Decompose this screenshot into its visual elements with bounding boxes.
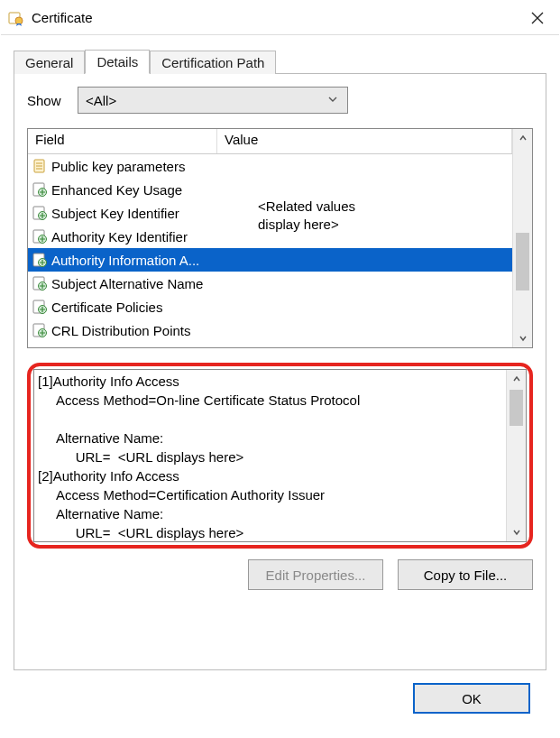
titlebar: Certificate: [1, 1, 559, 35]
field-label: CRL Distribution Points: [51, 323, 191, 338]
copy-to-file-button[interactable]: Copy to File...: [398, 559, 533, 590]
footer: OK: [14, 670, 546, 726]
show-select[interactable]: <All>: [78, 87, 348, 114]
certificate-icon: [8, 10, 24, 26]
extension-icon: [32, 299, 48, 315]
list-header: Field Value: [28, 129, 512, 154]
scroll-up-icon[interactable]: [507, 370, 526, 388]
value-placeholder: <Related values display here>: [258, 198, 355, 235]
list-body: Public key parametersEnhanced Key UsageS…: [28, 154, 512, 347]
extension-icon: [32, 322, 48, 338]
tab-certification-path[interactable]: Certification Path: [150, 51, 276, 74]
extension-icon: [32, 252, 48, 268]
detail-textbox[interactable]: [1]Authority Info Access Access Method=O…: [33, 369, 527, 542]
button-row: Edit Properties... Copy to File...: [27, 559, 533, 590]
chevron-down-icon: [327, 94, 338, 107]
list-row[interactable]: Certificate Policies: [28, 295, 512, 318]
list-row[interactable]: CRL Distribution Points: [28, 318, 512, 342]
scroll-thumb[interactable]: [510, 390, 523, 426]
details-panel: Show <All> Field Value Public key parame…: [14, 73, 546, 670]
extension-icon: [32, 205, 48, 221]
document-icon: [32, 158, 48, 174]
scroll-up-icon[interactable]: [513, 129, 532, 147]
extension-icon: [32, 181, 48, 198]
field-label: Public key parameters: [51, 159, 185, 174]
field-label: Subject Key Identifier: [51, 206, 179, 221]
col-header-value[interactable]: Value: [217, 129, 512, 153]
field-label: Authority Key Identifier: [51, 229, 188, 244]
content-area: General Details Certification Path Show …: [1, 35, 559, 737]
show-row: Show <All>: [27, 87, 533, 114]
show-selected-value: <All>: [86, 93, 116, 108]
tab-general[interactable]: General: [14, 51, 85, 74]
show-label: Show: [27, 93, 78, 108]
list-row[interactable]: Subject Alternative Name: [28, 272, 512, 295]
field-label: Certificate Policies: [51, 300, 162, 315]
list-row[interactable]: Authority Information A...: [28, 248, 512, 272]
detail-text: [1]Authority Info Access Access Method=O…: [34, 370, 506, 541]
ok-button[interactable]: OK: [413, 683, 530, 714]
field-label: Subject Alternative Name: [51, 276, 203, 291]
window-title: Certificate: [32, 10, 518, 25]
svg-point-1: [15, 17, 23, 24]
close-button[interactable]: [518, 5, 557, 32]
edit-properties-button: Edit Properties...: [248, 559, 383, 590]
list-scrollbar[interactable]: [512, 129, 532, 347]
scroll-down-icon[interactable]: [507, 523, 526, 541]
detail-highlight-frame: [1]Authority Info Access Access Method=O…: [27, 363, 533, 549]
scroll-down-icon[interactable]: [513, 329, 532, 347]
certificate-dialog: Certificate General Details Certificatio…: [0, 0, 560, 738]
scroll-thumb[interactable]: [516, 233, 529, 291]
extension-icon: [32, 228, 48, 244]
detail-scrollbar[interactable]: [506, 370, 526, 541]
extension-icon: [32, 275, 48, 291]
field-list[interactable]: Field Value Public key parametersEnhance…: [27, 128, 533, 348]
tabstrip: General Details Certification Path: [14, 46, 546, 73]
tab-details[interactable]: Details: [85, 50, 150, 74]
col-header-field[interactable]: Field: [28, 129, 217, 153]
field-label: Enhanced Key Usage: [51, 182, 182, 198]
field-label: Authority Information A...: [51, 253, 199, 268]
list-row[interactable]: Public key parameters: [28, 154, 512, 178]
